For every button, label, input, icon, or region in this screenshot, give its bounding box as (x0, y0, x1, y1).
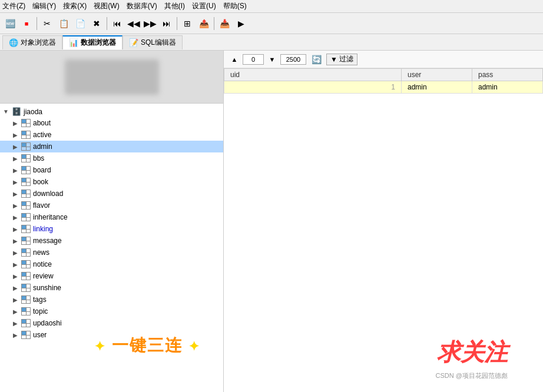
import-button[interactable]: 📥 (217, 16, 232, 31)
tree-item-notice-label: notice (33, 260, 52, 268)
tree-root-jiaoda[interactable]: ▼ 🗄️ jiaoda (0, 106, 223, 117)
table-icon-book (21, 178, 31, 186)
tree-item-tags[interactable]: ▶ tags (0, 294, 223, 305)
tree-item-notice[interactable]: ▶ notice (0, 258, 223, 270)
grid-button[interactable]: ⊞ (180, 16, 195, 31)
menu-other[interactable]: 其他(I) (164, 1, 185, 11)
expand-arrow-news: ▶ (12, 250, 19, 256)
toolbar-sep-2 (107, 17, 107, 30)
tab-object-browser[interactable]: 🌐 对象浏览器 (2, 35, 62, 49)
tab-object-browser-label: 对象浏览器 (21, 38, 56, 48)
blurred-image (65, 59, 159, 95)
copy-button[interactable]: 📋 (56, 16, 71, 31)
exec-button[interactable]: ▶ (233, 16, 249, 31)
tree-item-flavor-label: flavor (33, 201, 50, 210)
table-icon-topic (21, 307, 31, 315)
table-icon-flavor (21, 201, 31, 210)
menu-view[interactable]: 视图(W) (94, 1, 119, 11)
tree-item-board[interactable]: ▶ board (0, 164, 223, 176)
tree-item-bbs[interactable]: ▶ bbs (0, 152, 223, 164)
tree-item-updaoshi[interactable]: ▶ updaoshi (0, 317, 223, 329)
last-button[interactable]: ⏭ (159, 16, 174, 31)
delete-button[interactable]: ✖ (89, 16, 104, 31)
sql-editor-icon: 📝 (129, 38, 138, 47)
tree-item-topic-label: topic (33, 307, 48, 315)
expand-arrow-message: ▶ (12, 238, 19, 244)
expand-arrow-book: ▶ (12, 179, 19, 185)
tree-item-admin-label: admin (33, 142, 52, 151)
scroll-up-button[interactable]: ▲ (229, 54, 240, 65)
count-input[interactable] (280, 54, 306, 65)
expand-arrow-about: ▶ (12, 120, 19, 127)
expand-arrow-topic: ▶ (12, 308, 19, 315)
left-panel: ▼ 🗄️ jiaoda ▶ about ▶ active (0, 51, 224, 392)
paste-button[interactable]: 📄 (72, 16, 88, 31)
tree-item-about[interactable]: ▶ about (0, 117, 223, 129)
col-header-uid[interactable]: uid (224, 69, 402, 81)
table-icon-about (21, 119, 31, 127)
offset-input[interactable] (243, 54, 264, 65)
tree-item-inheritance[interactable]: ▶ inheritance (0, 211, 223, 223)
tree-item-book[interactable]: ▶ book (0, 176, 223, 188)
tree-item-linking[interactable]: ▶ linking (0, 223, 223, 235)
tree-item-review[interactable]: ▶ review (0, 270, 223, 282)
tree-item-message[interactable]: ▶ message (0, 235, 223, 247)
filter-button[interactable]: ▼ 过滤 (326, 54, 357, 65)
tree-item-sunshine[interactable]: ▶ sunshine (0, 282, 223, 294)
export-button[interactable]: 📤 (196, 16, 211, 31)
cut-button[interactable]: ✂ (39, 16, 55, 31)
right-panel: ▲ ▼ 🔄 ▼ 过滤 uid user pass (224, 51, 543, 392)
cell-user[interactable]: admin (402, 81, 472, 94)
tree-item-topic[interactable]: ▶ topic (0, 305, 223, 317)
expand-arrow-board: ▶ (12, 167, 19, 174)
tree-item-about-label: about (33, 119, 51, 127)
menu-help[interactable]: 帮助(S) (223, 1, 247, 11)
new-button[interactable]: 🆕 (2, 16, 18, 31)
menu-search[interactable]: 搜索(X) (63, 1, 87, 11)
scroll-down-button[interactable]: ▼ (266, 54, 278, 65)
tree-item-book-label: book (33, 178, 48, 186)
tree-item-download-label: download (33, 190, 63, 198)
data-table-wrapper[interactable]: uid user pass 1 admin admin (224, 68, 543, 392)
tree-item-admin[interactable]: ▶ admin (0, 141, 223, 152)
col-header-pass[interactable]: pass (472, 69, 543, 81)
menu-edit[interactable]: 编辑(Y) (32, 1, 56, 11)
expand-arrow-flavor: ▶ (12, 202, 19, 209)
cell-pass[interactable]: admin (472, 81, 543, 94)
first-button[interactable]: ⏮ (110, 16, 125, 31)
expand-icon: ▼ (2, 108, 9, 115)
tree-item-bbs-label: bbs (33, 154, 44, 162)
menu-file[interactable]: 文件(Z) (2, 1, 25, 11)
table-icon-sunshine (21, 284, 31, 292)
tree-item-active[interactable]: ▶ active (0, 129, 223, 141)
tree-item-user[interactable]: ▶ user (0, 329, 223, 341)
tab-data-browser-label: 数据浏览器 (81, 38, 116, 48)
tree-item-flavor[interactable]: ▶ flavor (0, 200, 223, 211)
tree-item-inheritance-label: inheritance (33, 213, 68, 221)
menubar: 文件(Z) 编辑(Y) 搜索(X) 视图(W) 数据库(V) 其他(I) 设置(… (0, 0, 543, 13)
table-icon-inheritance (21, 213, 31, 221)
table-icon-message (21, 237, 31, 245)
table-icon-tags (21, 295, 31, 304)
next-button[interactable]: ▶▶ (143, 16, 158, 31)
stop-button[interactable]: ■ (19, 16, 34, 31)
table-icon-download (21, 190, 31, 198)
database-tree[interactable]: ▼ 🗄️ jiaoda ▶ about ▶ active (0, 104, 223, 392)
filter-label: 过滤 (339, 54, 353, 64)
refresh-button[interactable]: 🔄 (309, 52, 324, 67)
tab-data-browser[interactable]: 📊 数据浏览器 (62, 35, 122, 49)
object-browser-icon: 🌐 (9, 38, 18, 47)
col-header-user[interactable]: user (402, 69, 472, 81)
tree-item-news[interactable]: ▶ news (0, 247, 223, 258)
database-icon: 🗄️ (12, 107, 21, 116)
tree-item-review-label: review (33, 272, 54, 280)
expand-arrow-updaoshi: ▶ (12, 320, 19, 327)
table-icon-board (21, 166, 31, 174)
tree-item-download[interactable]: ▶ download (0, 188, 223, 200)
menu-database[interactable]: 数据库(V) (127, 1, 157, 11)
prev-button[interactable]: ◀◀ (126, 16, 141, 31)
expand-arrow-active: ▶ (12, 132, 19, 138)
menu-settings[interactable]: 设置(U) (192, 1, 216, 11)
tab-sql-editor[interactable]: 📝 SQL编辑器 (122, 35, 183, 49)
expand-arrow-notice: ▶ (12, 261, 19, 268)
